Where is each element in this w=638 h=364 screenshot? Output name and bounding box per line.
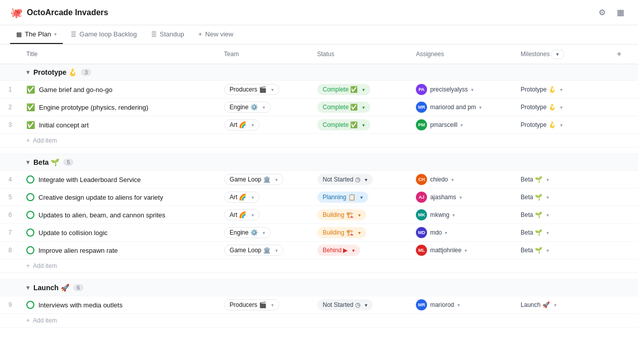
add-icon: + [26,137,30,144]
add-item-row[interactable]: + Add item [0,134,638,148]
team-pill[interactable]: Game Loop 🏛️ ▾ [224,245,283,256]
status-cell[interactable]: Behind ▶ ▾ [311,242,410,259]
settings-button[interactable]: ⚙ [595,5,609,20]
status-pill[interactable]: Building 🏗️ ▾ [317,209,366,220]
assignees-cell: MR mariorod ▾ [410,296,515,314]
layout-icon: ▦ [617,8,624,17]
assignee-dropdown-icon[interactable]: ▾ [471,87,474,93]
row-number: 7 [0,224,20,242]
team-pill[interactable]: Art 🌈 ▾ [224,119,260,130]
team-pill[interactable]: Producers 🎬 ▾ [224,299,279,310]
group-row-prototype: ▾ Prototype 🪝 3 [0,64,638,81]
team-cell[interactable]: Game Loop 🏛️ ▾ [218,171,311,189]
status-dropdown-arrow: ▾ [365,177,367,183]
milestone-dropdown-arrow[interactable]: ▾ [560,105,563,110]
team-dropdown-arrow: ▾ [251,122,254,128]
tab-new-view-label: New view [205,30,234,38]
tab-new-view[interactable]: + New view [192,25,239,44]
team-cell[interactable]: Engine ⚙️ ▾ [218,99,311,116]
team-cell[interactable]: Art 🌈 ▾ [218,189,311,206]
assignees-cell: PA preciselyalyss ▾ [410,81,515,99]
assignee-dropdown-icon[interactable]: ▾ [479,105,482,110]
status-pill[interactable]: Planning 📋 ▾ [317,192,368,203]
add-item-cell[interactable]: + Add item [20,134,638,148]
table-row: 1 ✅ Game brief and go-no-go Producers 🎬 … [0,81,638,99]
status-cell[interactable]: Not Started ◷ ▾ [311,171,410,189]
milestone-dropdown-arrow[interactable]: ▾ [546,177,549,183]
add-item-cell[interactable]: + Add item [20,259,638,273]
assignee-dropdown-icon[interactable]: ▾ [459,195,462,200]
assignee-dropdown-icon[interactable]: ▾ [452,212,455,218]
milestone-cell: Prototype 🪝 ▾ [515,99,608,116]
status-pill[interactable]: Complete ✅ ▾ [317,119,371,130]
assignee-dropdown-icon[interactable]: ▾ [457,302,460,308]
assignee-dropdown-icon[interactable]: ▾ [464,248,467,253]
team-cell[interactable]: Art 🌈 ▾ [218,116,311,134]
item-title: Creative design update to aliens for var… [38,194,163,201]
milestone-dropdown-arrow[interactable]: ▾ [560,122,563,128]
group-row-launch: ▾ Launch 🚀 6 [0,280,638,296]
team-pill[interactable]: Engine ⚙️ ▾ [224,102,271,113]
status-pill[interactable]: Not Started ◷ ▾ [317,174,373,185]
group-chevron-icon[interactable]: ▾ [26,159,29,166]
tab-standup[interactable]: ☰ Standup [145,25,190,44]
team-pill[interactable]: Art 🌈 ▾ [224,209,260,220]
status-cell[interactable]: Building 🏗️ ▾ [311,206,410,224]
team-pill[interactable]: Art 🌈 ▾ [224,192,260,203]
assignees-cell: MR mariorod and pm ▾ [410,99,515,116]
add-item-row[interactable]: + Add item [0,259,638,273]
team-pill[interactable]: Engine ⚙️ ▾ [224,227,271,238]
status-cell[interactable]: Complete ✅ ▾ [311,116,410,134]
group-header-cell: ▾ Launch 🚀 6 [20,280,638,296]
status-dropdown-arrow: ▾ [362,105,365,110]
status-cell[interactable]: Complete ✅ ▾ [311,99,410,116]
team-dropdown-arrow: ▾ [275,248,278,253]
assignees-cell: ML mattjohnlee ▾ [410,242,515,259]
add-item-cell[interactable]: + Add item [20,314,638,328]
assignee-dropdown-icon[interactable]: ▾ [460,122,463,128]
row-number: 8 [0,242,20,259]
team-cell[interactable]: Producers 🎬 ▾ [218,81,311,99]
item-title: Interviews with media outlets [38,301,122,309]
title-cell: Interviews with media outlets [20,296,218,314]
assignees-cell: PM pmarsceill ▾ [410,116,515,134]
team-cell[interactable]: Producers 🎬 ▾ [218,296,311,314]
status-cell[interactable]: Planning 📋 ▾ [311,189,410,206]
plus-icon: + [198,30,202,38]
avatar: CH [416,174,427,185]
group-chevron-icon[interactable]: ▾ [26,284,29,291]
milestones-filter-button[interactable]: ▾ [551,50,564,59]
layout-button[interactable]: ▦ [613,5,628,20]
assignee-dropdown-icon[interactable]: ▾ [451,177,454,183]
milestone-dropdown-arrow[interactable]: ▾ [546,195,549,200]
status-cell[interactable]: Building 🏗️ ▾ [311,224,410,242]
team-pill[interactable]: Producers 🎬 ▾ [224,84,279,95]
add-column-button[interactable]: + [614,49,624,60]
status-pill[interactable]: Complete ✅ ▾ [317,102,371,113]
milestone-dropdown-arrow[interactable]: ▾ [546,248,549,253]
status-pill[interactable]: Building 🏗️ ▾ [317,227,366,238]
milestone-dropdown-arrow[interactable]: ▾ [560,87,563,93]
status-pill[interactable]: Behind ▶ ▾ [317,245,361,256]
status-pill[interactable]: Not Started ◷ ▾ [317,299,373,310]
th-add-col[interactable]: + [608,44,638,64]
status-cell[interactable]: Not Started ◷ ▾ [311,296,410,314]
status-dropdown-arrow: ▾ [362,122,365,128]
team-cell[interactable]: Engine ⚙️ ▾ [218,224,311,242]
tab-the-plan[interactable]: ▦ The Plan ▾ [10,25,63,44]
assignee-dropdown-icon[interactable]: ▾ [445,230,447,236]
tab-game-loop-backlog[interactable]: ☰ Game loop Backlog [65,25,143,44]
team-cell[interactable]: Art 🌈 ▾ [218,206,311,224]
group-chevron-icon[interactable]: ▾ [26,69,29,76]
add-item-row[interactable]: + Add item [0,314,638,328]
add-icon: + [26,262,30,269]
milestone-dropdown-arrow[interactable]: ▾ [546,212,549,218]
status-pill[interactable]: Complete ✅ ▾ [317,84,371,95]
milestone-dropdown-arrow[interactable]: ▾ [546,230,549,236]
status-cell[interactable]: Complete ✅ ▾ [311,81,410,99]
avatar: MD [416,227,427,238]
milestone-label: Beta 🌱 [521,211,542,218]
team-pill[interactable]: Game Loop 🏛️ ▾ [224,174,283,185]
team-cell[interactable]: Game Loop 🏛️ ▾ [218,242,311,259]
milestone-dropdown-arrow[interactable]: ▾ [554,302,557,308]
